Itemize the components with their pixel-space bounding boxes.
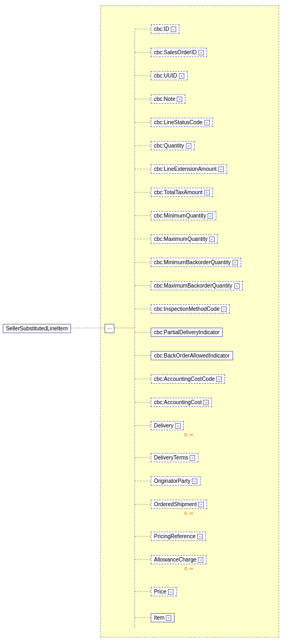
expand-btn-cbc_MinimumBackorderQuantity[interactable]: + bbox=[233, 260, 238, 265]
connector-h-cbc_AccountingCostCode bbox=[134, 379, 151, 379]
cardinality-OrderedShipment: 0..∞ bbox=[184, 511, 193, 516]
node-OriginatorParty[interactable]: OriginatorParty+ bbox=[151, 476, 201, 486]
connector-h-cbc_PartialDeliveryIndicator bbox=[134, 332, 151, 333]
expand-btn-AllowanceCharge[interactable]: + bbox=[198, 557, 203, 563]
expand-btn-Item[interactable]: + bbox=[166, 615, 171, 621]
node-cbc_LineStatusCode[interactable]: cbc:LineStatusCode+ bbox=[151, 118, 213, 127]
connector-h-cbc_TotalTaxAmount bbox=[134, 192, 151, 193]
connector-h-cbc_InspectionMethodCode bbox=[134, 309, 151, 309]
connector-h-cbc_MaximumQuantity bbox=[134, 239, 151, 239]
connector-h-Item bbox=[134, 617, 151, 618]
expand-btn-cbc_MaximumBackorderQuantity[interactable]: + bbox=[234, 283, 240, 289]
node-cbc_LineExtensionAmount[interactable]: cbc:LineExtensionAmount+ bbox=[151, 164, 227, 174]
expand-btn-cbc_AccountingCostCode[interactable]: + bbox=[216, 377, 222, 382]
cardinality-AllowanceCharge: 0..∞ bbox=[184, 566, 193, 571]
node-cbc_TotalTaxAmount[interactable]: cbc:TotalTaxAmount+ bbox=[151, 188, 213, 197]
connector-h-cbc_ID bbox=[134, 29, 151, 29]
connector-h-AllowanceCharge bbox=[134, 559, 151, 560]
connector-h-cbc_AccountingCost bbox=[134, 402, 151, 403]
node-DeliveryTerms[interactable]: DeliveryTerms+ bbox=[151, 453, 198, 462]
node-PricingReference[interactable]: PricingReference+ bbox=[151, 532, 206, 541]
node-cbc_ID[interactable]: cbc:ID+ bbox=[151, 24, 179, 34]
connector-h-cbc_Note bbox=[134, 99, 151, 99]
expand-btn-cbc_ID[interactable]: + bbox=[171, 27, 176, 32]
node-cbc_UUID[interactable]: cbc:UUID+ bbox=[151, 71, 188, 80]
expand-btn-OrderedShipment[interactable]: + bbox=[198, 502, 204, 507]
connector-h-OrderedShipment bbox=[134, 504, 151, 505]
expand-btn-cbc_AccountingCost[interactable]: + bbox=[203, 400, 209, 405]
expand-btn-DeliveryTerms[interactable]: + bbox=[190, 455, 195, 461]
connector-h-DeliveryTerms bbox=[134, 457, 151, 458]
node-cbc_AccountingCost[interactable]: cbc:AccountingCost+ bbox=[151, 398, 212, 407]
node-cbc_MinimumQuantity[interactable]: cbc:MinimumQuantity+ bbox=[151, 211, 216, 220]
node-AllowanceCharge[interactable]: AllowanceCharge+ bbox=[151, 555, 207, 564]
cardinality-Delivery: 0..∞ bbox=[184, 432, 193, 437]
connector-h-cbc_Quantity bbox=[134, 145, 151, 146]
connector-h-cbc_LineExtensionAmount bbox=[134, 169, 151, 169]
expand-btn-cbc_InspectionMethodCode[interactable]: + bbox=[221, 307, 227, 312]
node-cbc_MinimumBackorderQuantity[interactable]: cbc:MinimumBackorderQuantity+ bbox=[151, 258, 241, 267]
node-cbc_MaximumQuantity[interactable]: cbc:MaximumQuantity+ bbox=[151, 234, 218, 244]
expand-btn-cbc_MinimumQuantity[interactable]: + bbox=[208, 213, 213, 219]
connector-h-cbc_SalesOrderID bbox=[134, 52, 151, 53]
node-cbc_BackOrderAllowedIndicator[interactable]: cbc:BackOrderAllowedIndicator bbox=[151, 351, 233, 360]
seller-substituted-lineitem[interactable]: SellerSubstitutedLineItem bbox=[3, 324, 71, 333]
node-cbc_PartialDeliveryIndicator[interactable]: cbc:PartialDeliveryIndicator bbox=[151, 328, 223, 337]
connector-h-OriginatorParty bbox=[134, 481, 151, 481]
connector-h-Price bbox=[134, 591, 151, 592]
expand-btn-cbc_TotalTaxAmount[interactable]: + bbox=[204, 190, 210, 195]
node-cbc_MaximumBackorderQuantity[interactable]: cbc:MaximumBackorderQuantity+ bbox=[151, 281, 243, 290]
node-Price[interactable]: Price+ bbox=[151, 587, 177, 596]
node-cbc_SalesOrderID[interactable]: cbc:SalesOrderID+ bbox=[151, 48, 207, 57]
expand-btn-Delivery[interactable]: + bbox=[175, 423, 181, 429]
expand-btn-cbc_SalesOrderID[interactable]: + bbox=[198, 50, 204, 55]
connector-h-cbc_MaximumBackorderQuantity bbox=[134, 285, 151, 286]
expand-btn-Price[interactable]: + bbox=[168, 589, 173, 595]
node-Delivery[interactable]: Delivery+ bbox=[151, 421, 184, 430]
main-vertical-line bbox=[134, 31, 135, 628]
lineitemptype-box bbox=[100, 5, 279, 637]
node-cbc_AccountingCostCode[interactable]: cbc:AccountingCostCode+ bbox=[151, 374, 225, 384]
node-Item[interactable]: Item+ bbox=[151, 613, 175, 622]
expand-btn-cbc_Quantity[interactable]: + bbox=[186, 143, 191, 149]
diagram-container: LineItemType SellerSubstitutedLineItem ·… bbox=[0, 0, 290, 644]
connector-h-cbc_UUID bbox=[134, 75, 151, 76]
expand-btn-cbc_LineExtensionAmount[interactable]: + bbox=[218, 167, 224, 172]
connector-h-Delivery bbox=[134, 425, 151, 426]
seller-connector-h bbox=[3, 328, 105, 328]
expand-btn-cbc_LineStatusCode[interactable]: + bbox=[204, 120, 210, 125]
node-OrderedShipment[interactable]: OrderedShipment+ bbox=[151, 500, 207, 509]
expand-btn-cbc_Note[interactable]: + bbox=[177, 97, 182, 102]
connector-h-cbc_MinimumBackorderQuantity bbox=[134, 262, 151, 263]
ellipsis-connector-h bbox=[114, 328, 134, 328]
ellipsis-box[interactable]: ··· bbox=[105, 324, 114, 333]
connector-h-cbc_BackOrderAllowedIndicator bbox=[134, 355, 151, 356]
node-cbc_InspectionMethodCode[interactable]: cbc:InspectionMethodCode+ bbox=[151, 304, 230, 314]
node-cbc_Quantity[interactable]: cbc:Quantity+ bbox=[151, 141, 195, 150]
node-cbc_Note[interactable]: cbc:Note+ bbox=[151, 94, 185, 104]
connector-h-PricingReference bbox=[134, 536, 151, 537]
connector-h-cbc_MinimumQuantity bbox=[134, 215, 151, 216]
expand-btn-cbc_MaximumQuantity[interactable]: + bbox=[209, 237, 215, 242]
expand-btn-PricingReference[interactable]: + bbox=[197, 534, 203, 539]
expand-btn-cbc_UUID[interactable]: + bbox=[179, 73, 184, 79]
expand-btn-OriginatorParty[interactable]: + bbox=[192, 479, 197, 484]
connector-h-cbc_LineStatusCode bbox=[134, 122, 151, 123]
